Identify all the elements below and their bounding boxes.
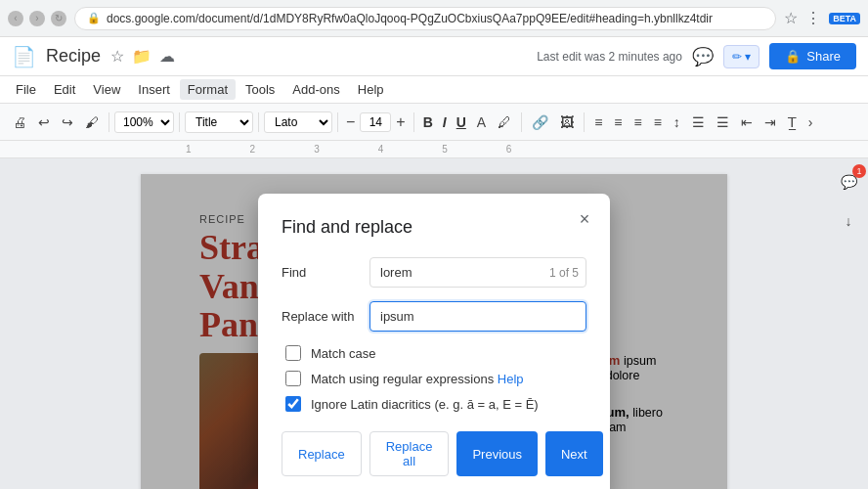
underline-button[interactable]: U: [453, 111, 470, 133]
menu-help[interactable]: Help: [350, 79, 392, 100]
url-text: docs.google.com/document/d/1dMDY8RyRfw0a…: [107, 12, 713, 25]
undo-button[interactable]: ↩: [33, 111, 55, 134]
help-link[interactable]: Help: [498, 372, 524, 386]
toolbar-sep-6: [521, 112, 522, 132]
italic-button[interactable]: I: [439, 111, 451, 133]
menu-edit[interactable]: Edit: [46, 79, 83, 100]
header-right: Last edit was 2 minutes ago 💬 ✏ ▾ 🔒 Shar…: [537, 43, 856, 69]
more-button[interactable]: ›: [803, 111, 818, 134]
text-color-button[interactable]: A: [472, 111, 491, 134]
comment-icon[interactable]: 💬: [692, 46, 714, 67]
app-header: 📄 Recipe ☆ 📁 ☁ Last edit was 2 minutes a…: [0, 37, 868, 76]
ruler: 1 2 3 4 5 6: [0, 141, 868, 158]
match-regex-checkbox[interactable]: [285, 371, 301, 386]
menu-file[interactable]: File: [8, 79, 44, 100]
browser-chrome: ‹ › ↻ 🔒 docs.google.com/document/d/1dMDY…: [0, 0, 868, 37]
modal-actions: Replace Replace all Previous Next: [282, 431, 586, 476]
clear-format-button[interactable]: T̲: [783, 111, 802, 134]
bullet-list-button[interactable]: ☰: [687, 111, 710, 134]
line-spacing-button[interactable]: ↕: [669, 111, 685, 134]
toolbar-sep-1: [108, 112, 109, 132]
toolbar-sep-3: [258, 112, 259, 132]
replace-input[interactable]: [369, 301, 586, 332]
indent-increase-button[interactable]: ⇥: [760, 111, 781, 134]
align-justify-button[interactable]: ≡: [649, 111, 667, 134]
ignore-diacritics-row: Ignore Latin diacritics (e. g. ā = a, E …: [282, 396, 586, 412]
style-select[interactable]: Title: [185, 111, 253, 133]
cloud-icon[interactable]: ☁: [159, 47, 175, 66]
print-button[interactable]: 🖨: [8, 111, 31, 134]
replace-button[interactable]: Replace: [282, 431, 362, 476]
numbered-list-button[interactable]: ☰: [712, 111, 734, 134]
side-icons: 💬 1 ↓: [829, 158, 868, 244]
bookmark-icon[interactable]: ☆: [784, 9, 798, 27]
lock-icon: 🔒: [87, 12, 101, 24]
zoom-select[interactable]: 100%: [114, 111, 174, 133]
align-center-button[interactable]: ≡: [609, 111, 627, 134]
modal-overlay: Find and replace × Find 1 of 5 Replace w…: [141, 174, 727, 489]
document-page: RECIPE Straw Vanil Panca 3. Suspendisse …: [141, 174, 727, 489]
modal-title: Find and replace: [282, 217, 586, 238]
align-right-button[interactable]: ≡: [629, 111, 647, 134]
font-size-increase[interactable]: +: [393, 113, 408, 131]
last-edit-text: Last edit was 2 minutes ago: [537, 50, 682, 64]
docs-icon: 📄: [12, 45, 36, 68]
share-label: Share: [806, 49, 841, 64]
image-button[interactable]: 🖼: [555, 111, 579, 134]
menu-bar: File Edit View Insert Format Tools Add-o…: [0, 76, 868, 104]
menu-view[interactable]: View: [85, 79, 128, 100]
modal-close-button[interactable]: ×: [571, 205, 598, 233]
ignore-diacritics-checkbox[interactable]: [285, 396, 301, 412]
forward-button[interactable]: ›: [29, 11, 45, 26]
refresh-button[interactable]: ↻: [51, 11, 66, 26]
chat-icon-button[interactable]: 💬 1: [833, 166, 864, 198]
scroll-down-button[interactable]: ↓: [833, 205, 864, 237]
replace-input-wrap: [369, 301, 586, 332]
next-button[interactable]: Next: [545, 431, 603, 476]
folder-icon[interactable]: 📁: [132, 47, 152, 66]
menu-format[interactable]: Format: [180, 79, 236, 100]
font-size-input[interactable]: [360, 112, 391, 132]
toolbar-sep-2: [179, 112, 180, 132]
ignore-diacritics-label: Ignore Latin diacritics (e. g. ā = a, E …: [311, 397, 539, 412]
replace-label: Replace with: [282, 309, 360, 324]
beta-badge: BETA: [829, 13, 860, 24]
toolbar-sep-4: [337, 112, 338, 132]
find-input-wrap: 1 of 5: [369, 257, 586, 288]
share-icon: 🔒: [785, 49, 801, 64]
menu-insert[interactable]: Insert: [130, 79, 178, 100]
match-case-row: Match case: [282, 345, 586, 361]
paint-format-button[interactable]: 🖌: [80, 111, 104, 134]
edit-dropdown[interactable]: ✏ ▾: [723, 45, 760, 68]
previous-button[interactable]: Previous: [456, 431, 538, 476]
bold-button[interactable]: B: [419, 111, 437, 133]
link-button[interactable]: 🔗: [527, 111, 553, 134]
share-button[interactable]: 🔒 Share: [769, 43, 856, 69]
address-bar[interactable]: 🔒 docs.google.com/document/d/1dMDY8RyRfw…: [74, 7, 776, 30]
star-icon[interactable]: ☆: [110, 47, 124, 66]
find-label: Find: [282, 265, 360, 280]
replace-row: Replace with: [282, 301, 586, 332]
match-case-checkbox[interactable]: [285, 345, 301, 361]
toolbar-sep-5: [413, 112, 414, 132]
chat-badge: 1: [852, 164, 866, 178]
match-regex-label: Match using regular expressions Help: [311, 372, 524, 386]
font-size-decrease[interactable]: −: [343, 113, 358, 131]
font-size-control: − +: [343, 112, 409, 132]
title-icons: ☆ 📁 ☁: [110, 47, 175, 66]
browser-actions: ☆ ⋮ BETA: [784, 9, 860, 27]
menu-tools[interactable]: Tools: [238, 79, 282, 100]
font-select[interactable]: Lato: [264, 111, 332, 133]
nav-controls: ‹ › ↻: [8, 11, 66, 26]
app-title: Recipe: [46, 46, 101, 67]
replace-all-button[interactable]: Replace all: [369, 431, 450, 476]
back-button[interactable]: ‹: [8, 11, 23, 26]
find-replace-modal: Find and replace × Find 1 of 5 Replace w…: [258, 194, 610, 489]
menu-addons[interactable]: Add-ons: [284, 79, 347, 100]
redo-button[interactable]: ↪: [57, 111, 78, 134]
indent-decrease-button[interactable]: ⇤: [736, 111, 758, 134]
align-left-button[interactable]: ≡: [589, 111, 607, 134]
toolbar-sep-7: [584, 112, 585, 132]
menu-icon[interactable]: ⋮: [805, 9, 821, 27]
highlight-button[interactable]: 🖊: [493, 111, 516, 134]
